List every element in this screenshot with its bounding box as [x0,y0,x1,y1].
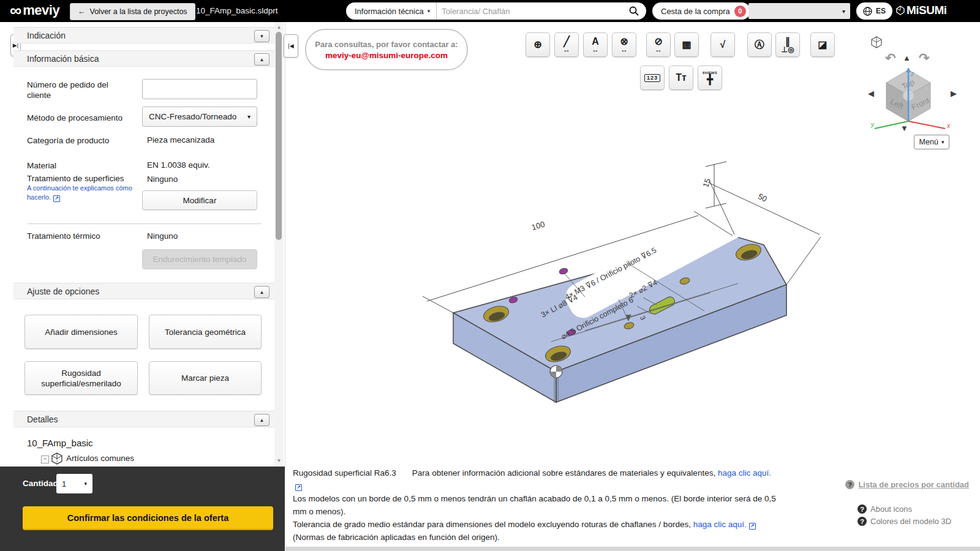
checkmark-icon: √ [720,40,726,50]
hole-pattern-button[interactable]: ▦ [674,32,699,57]
model-colors-link[interactable]: ? Colores del modelo 3D [858,517,951,526]
contact-bubble: Para consultas, por favor contactar a: m… [305,29,468,70]
panel-collapse-icon: |◀ [288,43,293,49]
horizontal-scrollbar[interactable] [285,547,980,551]
external-link-icon: ↗ [53,195,60,202]
section-header-basic-info: Información básica ▲ [13,50,274,67]
six-views-button[interactable]: 6VIEWS╋ [698,66,722,90]
sidebar-scrollbar-thumb[interactable] [276,32,282,240]
delete-dimension-button[interactable]: ⊗↔ [612,32,636,57]
scroll-up-arrow[interactable]: ▲ [274,23,284,32]
meviy-logo-icon: ∞ [10,2,21,19]
help-links: ? About icons ? Colores del modelo 3D [858,504,951,529]
3d-part-viewport[interactable]: 100 50 15 3 4× M3 ⊽6 / Orificio piloto ⊽… [392,153,833,441]
axis-z-label: z [910,70,914,77]
chevron-down-icon: ▾ [842,8,845,15]
geometric-tolerance-toolbar-button[interactable]: ∥⊥◎ [775,32,800,57]
arrow-both-icon: ↔ [655,46,662,53]
heat-treatment-value: Ninguno [147,231,178,241]
surface-treatment-label: Tratamiento de superficies [27,173,124,184]
tolerance-info-link[interactable]: haga clic aquí.↗ [693,520,756,529]
chevron-up-icon: ▲ [260,418,265,423]
dim-height: 15 [701,177,712,188]
marking-icon: Ⓐ [755,40,764,50]
six-views-icon: ╋ [707,75,713,84]
chevron-down-icon: ▾ [84,481,87,487]
globe-icon [863,7,872,16]
processing-method-select[interactable]: CNC-Fresado/Torneado ▾ [142,107,257,127]
tree-item-common-articles[interactable]: Artículos comunes [66,454,134,463]
chevron-up-icon: ▲ [260,290,265,295]
question-icon: ? [858,504,867,514]
viewer-notes: Rugosidad superficial Ra6.3Para obtener … [293,467,778,544]
order-number-input[interactable] [142,79,257,99]
external-link-icon: ↗ [295,484,302,491]
search-icon[interactable] [629,6,639,16]
section-header-details: Detalles ▲ [13,411,274,427]
search-category-select[interactable]: Información técnica ▾ [346,7,436,16]
text-size-button[interactable]: Tт [669,66,693,90]
text-dimension-button[interactable]: A↔ [583,32,608,57]
cart-button[interactable]: Cesta de la compra 0 [652,2,750,20]
geometric-tolerance-button[interactable]: Tolerancia geométrica [149,315,262,349]
chevron-up-icon: ▲ [260,57,265,62]
perpendicular-icon: ⊥◎ [782,46,794,53]
order-number-label: Número de pedido del cliente [27,80,134,100]
modify-button[interactable]: Modificar [142,190,257,210]
contact-email-link[interactable]: meviy-eu@misumi-europe.com [325,51,448,60]
confirm-offer-button[interactable]: Confirmar las condiciones de la oferta [23,506,273,530]
meviy-logo[interactable]: ∞ meviy [10,2,59,19]
section-toggle-button[interactable]: ▲ [254,414,270,426]
arrow-both-icon: ↔ [620,46,628,53]
section-toggle-button[interactable]: ▲ [254,53,270,66]
chamfer-surface-button[interactable]: ◪ [810,32,835,57]
app-header: ∞ meviy ← Volver a la lista de proyectos… [0,0,980,22]
surface-check-button[interactable]: √ [710,32,735,57]
tree-expander[interactable]: − [41,455,49,463]
quantity-label: Cantidad [23,479,58,488]
language-selector[interactable]: ES [856,2,892,20]
surface-roughness-button[interactable]: Rugosidad superficial/esmerilado [24,361,138,395]
section-toggle-button[interactable]: ▼ [254,30,270,42]
note-line-1: Rugosidad superficial Ra6.3Para obtener … [293,467,778,492]
dimension-values-button[interactable]: 123 [640,66,665,90]
surface-treatment-value: Ninguno [147,174,178,184]
quantity-select[interactable]: 1 ▾ [56,474,92,493]
back-to-projects-button[interactable]: ← Volver a la lista de proyectos [70,3,195,20]
back-arrow-icon: ← [78,7,86,16]
add-dimensions-button[interactable]: Añadir dimensiones [24,315,138,349]
note-line-2: Los modelos con un borde de 0,5 mm o men… [293,492,778,518]
panel-collapse-handle[interactable]: |◀ [284,34,298,58]
edit-dimension-button[interactable]: ╱↔ [554,32,579,57]
external-link-icon: ↗ [749,523,756,530]
chevron-down-icon: ▾ [941,139,944,145]
chevron-down-icon: ▾ [428,8,431,14]
dim-length: 100 [530,219,546,232]
axis-x-label: x [946,122,951,129]
misumi-logo[interactable]: MiSUMi [896,4,947,17]
datum-target-button[interactable]: ⊕ [526,32,550,57]
price-list-link[interactable]: ? Lista de precios por cantidad [845,480,969,489]
datum-target-icon: ⊕ [533,40,541,50]
about-icons-link[interactable]: ? About icons [858,504,951,514]
search-input[interactable] [437,7,627,16]
part-name: 10_FAmp_basic [27,438,93,448]
material-label: Material [27,160,56,171]
mark-part-button[interactable]: Marcar pieza [149,361,262,395]
chevron-down-icon: ▾ [247,113,251,120]
hardening-button: Endurecimiento templado [142,249,257,269]
misumi-logo-icon [896,6,905,15]
hide-dimension-button[interactable]: ⊘↔ [646,32,671,57]
view-cube[interactable]: Top Left Front y x z [862,32,967,136]
viewer-menu-button[interactable]: Menú ▾ [914,135,949,149]
surface-treatment-help-link[interactable]: A continuación te explicamos cómo hacerl… [27,184,143,202]
note-line-3: Tolerancia de grado medio estándar para … [293,518,778,531]
axis-y-label: y [870,121,875,128]
scroll-down-arrow[interactable]: ▼ [274,457,284,465]
section-toggle-button[interactable]: ▲ [254,286,270,298]
marking-button[interactable]: Ⓐ [747,32,772,57]
arrow-both-icon: ↔ [592,46,599,53]
hole-pattern-icon: ▦ [682,40,691,50]
product-category-label: Categoría de producto [27,135,109,146]
header-dropdown[interactable]: ▾ [748,3,850,19]
